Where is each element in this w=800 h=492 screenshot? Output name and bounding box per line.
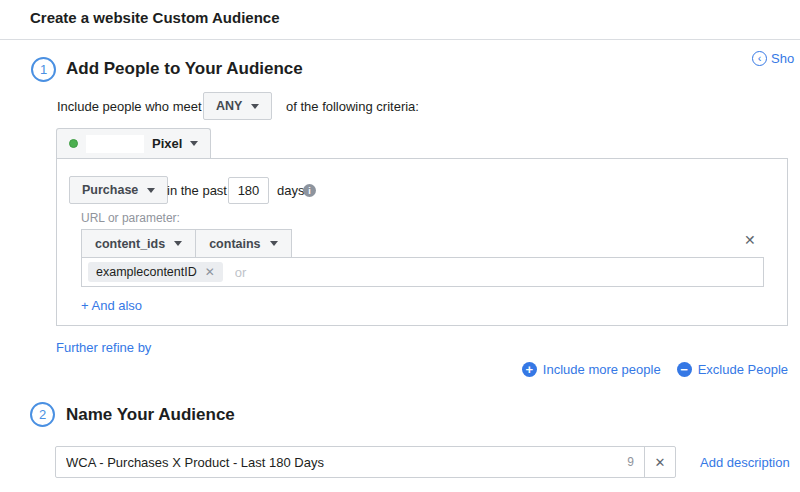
include-more-people-link[interactable]: + Include more people	[522, 362, 661, 377]
exclude-people-label: Exclude People	[698, 362, 788, 377]
page-title: Create a website Custom Audience	[30, 9, 280, 26]
and-also-link[interactable]: + And also	[81, 298, 142, 313]
add-description-link[interactable]: Add description	[700, 455, 790, 470]
header-divider	[0, 39, 800, 40]
chevron-down-icon	[190, 141, 198, 146]
parameter-value-input[interactable]	[223, 265, 763, 280]
pixel-tab-label: Pixel	[152, 136, 182, 151]
parameter-dropdown[interactable]: content_ids	[81, 229, 196, 257]
step-2-heading: Name Your Audience	[66, 405, 235, 425]
chevron-down-icon	[147, 188, 155, 193]
show-link-label: Sho	[771, 51, 794, 66]
event-dropdown-value: Purchase	[82, 183, 138, 197]
match-type-value: ANY	[216, 99, 242, 113]
url-or-parameter-label: URL or parameter:	[81, 211, 180, 225]
exclude-people-link[interactable]: − Exclude People	[677, 362, 788, 377]
parameter-rule-row: content_ids contains	[81, 229, 292, 257]
further-refine-link[interactable]: Further refine by	[56, 340, 151, 355]
operator-dropdown-value: contains	[209, 237, 260, 251]
audience-name-input[interactable]	[56, 455, 627, 470]
audience-actions-row: + Include more people − Exclude People	[522, 362, 788, 377]
plus-circle-icon: +	[522, 362, 537, 377]
match-type-dropdown[interactable]: ANY	[203, 92, 272, 120]
step-1-badge: 1	[31, 57, 56, 82]
audience-name-field: 9 ✕	[55, 446, 676, 478]
create-audience-dialog: Create a website Custom Audience ‹ Sho 1…	[0, 0, 800, 492]
pixel-active-status-icon	[69, 139, 78, 148]
chevron-down-icon	[270, 241, 278, 246]
parameter-dropdown-value: content_ids	[95, 237, 165, 251]
token-chip-label: examplecontentID	[96, 265, 197, 279]
parameter-value-field[interactable]: examplecontentID ✕	[81, 257, 764, 287]
step-2-badge: 2	[30, 402, 55, 427]
show-link[interactable]: ‹ Sho	[752, 51, 794, 66]
minus-circle-icon: −	[677, 362, 692, 377]
in-the-past-label: in the past	[167, 183, 227, 198]
operator-dropdown[interactable]: contains	[196, 229, 291, 257]
pixel-source-tab[interactable]: Pixel	[56, 128, 211, 158]
clear-name-button[interactable]: ✕	[644, 447, 675, 477]
info-icon[interactable]: i	[303, 184, 316, 197]
pixel-name-redacted	[86, 135, 144, 153]
token-chip: examplecontentID ✕	[88, 262, 223, 282]
include-criteria-suffix: of the following criteria:	[286, 99, 419, 114]
char-counter: 9	[627, 455, 644, 469]
rule-panel: Purchase in the past days i URL or param…	[56, 158, 788, 326]
include-criteria-prefix: Include people who meet	[57, 99, 202, 114]
token-remove-icon[interactable]: ✕	[205, 266, 215, 278]
chevron-left-circle-icon: ‹	[752, 51, 767, 66]
event-dropdown[interactable]: Purchase	[69, 176, 168, 204]
remove-rule-button[interactable]: ✕	[744, 232, 756, 248]
days-input[interactable]	[228, 177, 269, 204]
days-label: days	[277, 183, 304, 198]
chevron-down-icon	[174, 241, 182, 246]
include-more-people-label: Include more people	[543, 362, 661, 377]
step-1-heading: Add People to Your Audience	[66, 59, 303, 79]
chevron-down-icon	[251, 104, 259, 109]
